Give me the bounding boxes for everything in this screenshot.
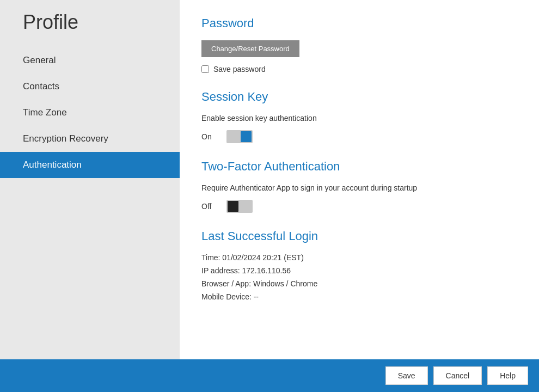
two-factor-title: Two-Factor Authentication xyxy=(201,160,517,174)
last-login-section: Last Successful Login Time: 01/02/2024 2… xyxy=(201,229,517,301)
password-section-title: Password xyxy=(201,16,517,30)
sidebar-item-authentication[interactable]: Authentication xyxy=(0,152,180,178)
save-button[interactable]: Save xyxy=(385,366,428,385)
session-key-section: Session Key Enable session key authentic… xyxy=(201,90,517,143)
password-section: Password Change/Reset Password Save pass… xyxy=(201,16,517,74)
sidebar-item-contacts[interactable]: Contacts xyxy=(0,74,180,100)
help-button[interactable]: Help xyxy=(487,366,528,385)
two-factor-toggle-label: Off xyxy=(201,202,218,211)
sidebar: Profile General Contacts Time Zone Encry… xyxy=(0,0,180,359)
last-login-mobile: Mobile Device: -- xyxy=(201,292,517,301)
sidebar-item-encryption-recovery[interactable]: Encryption Recovery xyxy=(0,126,180,152)
last-login-time: Time: 01/02/2024 20:21 (EST) xyxy=(201,253,517,262)
save-password-label[interactable]: Save password xyxy=(213,65,266,74)
change-password-button[interactable]: Change/Reset Password xyxy=(201,40,299,57)
sidebar-item-general[interactable]: General xyxy=(0,47,180,74)
sidebar-nav: General Contacts Time Zone Encryption Re… xyxy=(0,47,180,178)
sidebar-title: Profile xyxy=(0,0,180,47)
sidebar-item-time-zone[interactable]: Time Zone xyxy=(0,100,180,126)
last-login-title: Last Successful Login xyxy=(201,229,517,243)
last-login-ip: IP address: 172.16.110.56 xyxy=(201,266,517,275)
main-content: Password Change/Reset Password Save pass… xyxy=(180,0,539,359)
footer: Save Cancel Help xyxy=(0,359,539,392)
two-factor-section: Two-Factor Authentication Require Authen… xyxy=(201,160,517,213)
session-key-title: Session Key xyxy=(201,90,517,104)
session-key-description: Enable session key authentication xyxy=(201,114,517,122)
login-info: Time: 01/02/2024 20:21 (EST) IP address:… xyxy=(201,253,517,301)
save-password-row: Save password xyxy=(201,65,517,74)
two-factor-toggle[interactable] xyxy=(226,200,253,213)
session-key-toggle[interactable] xyxy=(226,130,253,143)
save-password-checkbox[interactable] xyxy=(201,65,209,73)
cancel-button[interactable]: Cancel xyxy=(433,366,482,385)
two-factor-description: Require Authenticator App to sign in you… xyxy=(201,183,517,192)
session-key-toggle-row: On xyxy=(201,130,517,143)
two-factor-toggle-row: Off xyxy=(201,200,517,213)
two-factor-toggle-thumb xyxy=(228,201,238,212)
session-key-toggle-label: On xyxy=(201,132,218,141)
last-login-browser: Browser / App: Windows / Chrome xyxy=(201,279,517,288)
session-key-toggle-thumb xyxy=(241,131,252,142)
